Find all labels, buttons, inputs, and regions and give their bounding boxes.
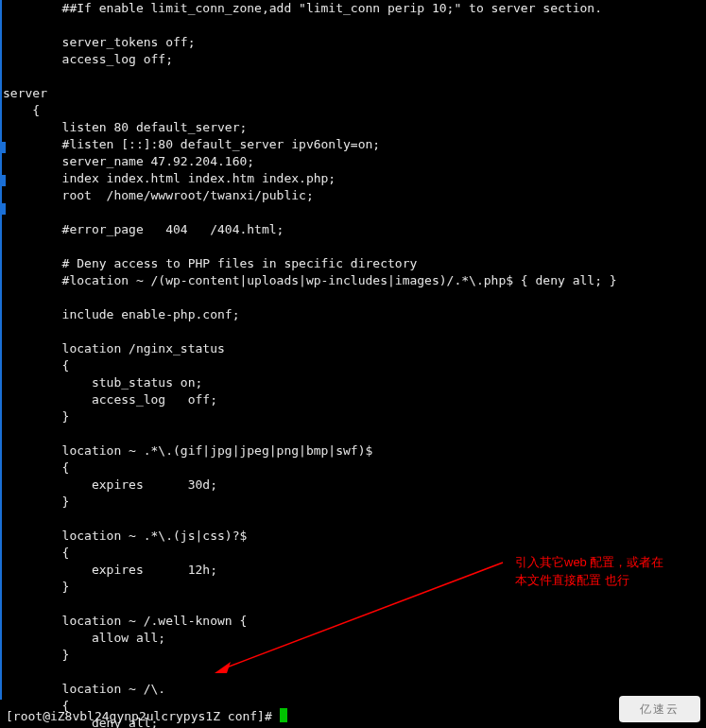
annotation-text-1: 引入其它web 配置，或者在 bbox=[515, 554, 663, 570]
shell-prompt: [root@iZ8vbl24gynp2ulcrypys1Z conf]# bbox=[6, 709, 280, 723]
terminal-content: ##If enable limit_conn_zone,add "limit_c… bbox=[3, 0, 706, 728]
watermark-logo: 亿速云 bbox=[619, 696, 700, 722]
shell-prompt-line[interactable]: [root@iZ8vbl24gynp2ulcrypys1Z conf]# bbox=[6, 708, 287, 725]
terminal-screenshot: ##If enable limit_conn_zone,add "limit_c… bbox=[0, 0, 706, 728]
editor-gutter bbox=[0, 0, 2, 700]
annotation-text-2: 本文件直接配置 也行 bbox=[515, 572, 629, 588]
config-text: ##If enable limit_conn_zone,add "limit_c… bbox=[3, 0, 706, 728]
cursor bbox=[280, 708, 287, 722]
